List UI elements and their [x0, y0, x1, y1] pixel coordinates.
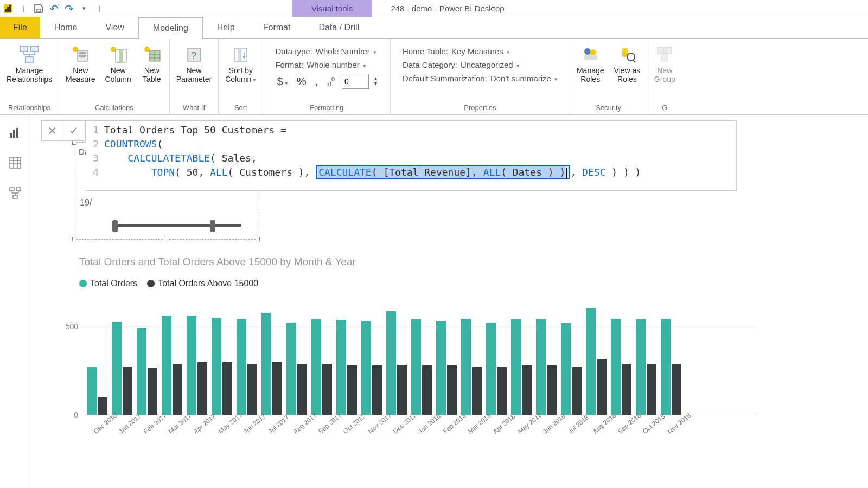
- contextual-tab-visualtools: Visual tools: [292, 0, 372, 17]
- sort-icon: [230, 43, 252, 65]
- bar-total-orders-above-15000: [572, 367, 582, 415]
- svg-rect-32: [658, 47, 664, 54]
- hometable-dropdown[interactable]: Home Table: Key Measures: [403, 47, 558, 56]
- group-label-calculations: Calculations: [95, 102, 133, 113]
- manage-roles-button[interactable]: Manage Roles: [576, 42, 605, 85]
- datacategory-dropdown[interactable]: Data Category: Uncategorized: [403, 60, 558, 69]
- svg-rect-7: [25, 57, 33, 62]
- bar-group: [237, 319, 258, 415]
- new-table-button[interactable]: New Table: [140, 42, 164, 85]
- chart-visual[interactable]: Total Orders and Total Orders Above 1500…: [79, 256, 757, 462]
- report-view-icon[interactable]: [8, 125, 23, 140]
- svg-rect-1: [5, 9, 7, 12]
- new-group-button[interactable]: New Group: [653, 42, 676, 85]
- formula-editor[interactable]: 1Total Orders Top 50 Customers = 2COUNTR…: [86, 120, 737, 191]
- bar-group: [436, 321, 458, 415]
- bar-total-orders-above-15000: [272, 362, 282, 415]
- sort-by-column-button[interactable]: Sort by Column: [224, 42, 257, 85]
- svg-rect-43: [10, 188, 14, 191]
- bar-group: [286, 323, 308, 415]
- view-as-roles-button[interactable]: View as Roles: [613, 42, 642, 85]
- ribbon-tabs: File Home View Modeling Help Format Data…: [0, 17, 868, 39]
- tab-file[interactable]: File: [0, 17, 40, 38]
- bar-group: [586, 308, 608, 415]
- tab-help[interactable]: Help: [203, 17, 249, 38]
- bar-total-orders: [461, 319, 471, 415]
- thousands-button[interactable]: ,: [313, 75, 320, 88]
- bar-total-orders-above-15000: [422, 365, 432, 415]
- bar-total-orders-above-15000: [297, 364, 307, 415]
- new-measure-button[interactable]: New Measure: [65, 42, 96, 85]
- bar-total-orders-above-15000: [197, 362, 207, 415]
- tab-datadrill[interactable]: Data / Drill: [304, 17, 373, 38]
- decimals-input[interactable]: [342, 74, 369, 89]
- svg-rect-2: [7, 7, 9, 12]
- tab-format[interactable]: Format: [249, 17, 305, 38]
- group-label-whatif: What If: [183, 102, 205, 113]
- tab-home[interactable]: Home: [40, 17, 92, 38]
- svg-rect-4: [36, 9, 41, 12]
- group-label-formatting: Formatting: [310, 102, 343, 113]
- bar-group: [611, 319, 633, 415]
- redo-icon[interactable]: ↷: [64, 4, 74, 14]
- new-column-button[interactable]: New Column: [104, 42, 132, 85]
- x-tick-label: Oct 2018: [641, 415, 663, 435]
- bar-total-orders: [586, 308, 596, 415]
- bar-total-orders-above-15000: [522, 365, 532, 415]
- bar-total-orders: [162, 316, 171, 415]
- decimals-spinner[interactable]: ▲▼: [373, 76, 378, 86]
- bar-total-orders-above-15000: [173, 364, 182, 415]
- bar-total-orders-above-15000: [322, 364, 332, 415]
- svg-rect-35: [10, 133, 12, 138]
- tab-view[interactable]: View: [91, 17, 138, 38]
- bar-total-orders-above-15000: [547, 365, 557, 415]
- qat-customize-icon[interactable]: ▾: [79, 4, 89, 14]
- datatype-dropdown[interactable]: Data type: Whole Number: [275, 47, 378, 56]
- x-tick-label: Sep 2018: [616, 415, 638, 435]
- currency-button[interactable]: $: [275, 75, 289, 88]
- defaultsum-dropdown[interactable]: Default Summarization: Don't summarize: [403, 74, 558, 83]
- bar-total-orders: [411, 319, 421, 415]
- formula-commit-button[interactable]: ✓: [63, 121, 85, 140]
- bar-total-orders-above-15000: [472, 367, 482, 415]
- model-view-icon[interactable]: [8, 185, 23, 201]
- app-icon: [3, 4, 13, 14]
- ribbon-label: View as Roles: [614, 66, 641, 84]
- undo-icon[interactable]: ↶: [49, 4, 59, 14]
- slicer-slider[interactable]: [112, 224, 241, 227]
- data-view-icon[interactable]: [8, 155, 23, 170]
- x-tick-label: Aug 2018: [591, 415, 613, 435]
- table-icon: [141, 43, 163, 65]
- x-tick-label: Feb 2018: [442, 415, 463, 435]
- bar-total-orders-above-15000: [597, 359, 607, 415]
- bar-group: [461, 319, 483, 415]
- x-tick-label: Mar 2018: [467, 415, 488, 435]
- new-parameter-button[interactable]: ?New Parameter: [175, 42, 213, 85]
- svg-rect-38: [10, 157, 21, 168]
- save-icon[interactable]: [34, 4, 43, 14]
- formula-cancel-button[interactable]: ✕: [42, 121, 63, 140]
- x-tick-label: Nov 2018: [666, 415, 688, 435]
- x-tick-label: Mar 2017: [167, 415, 189, 435]
- legend-swatch-teal: [79, 280, 87, 287]
- bar-total-orders: [311, 319, 321, 415]
- bar-group: [261, 313, 283, 415]
- bar-total-orders: [87, 367, 97, 415]
- group-label-properties: Properties: [464, 102, 496, 113]
- ribbon-label: New Column: [105, 66, 131, 84]
- tab-modeling[interactable]: Modeling: [138, 17, 203, 39]
- x-tick-label: May 2018: [516, 415, 538, 435]
- svg-rect-3: [9, 5, 11, 12]
- manage-relationships-button[interactable]: Manage Relationships: [5, 42, 53, 85]
- percent-button[interactable]: %: [295, 75, 308, 88]
- format-dropdown[interactable]: Format: Whole number: [275, 60, 378, 69]
- y-tick-0: 0: [56, 410, 78, 419]
- bar-total-orders-above-15000: [247, 364, 257, 415]
- bar-group: [411, 319, 433, 415]
- svg-rect-28: [584, 55, 597, 60]
- svg-rect-44: [16, 188, 21, 191]
- ribbon-label: New Group: [654, 66, 675, 84]
- svg-rect-16: [119, 49, 123, 62]
- decimals-icon: .00: [325, 76, 336, 87]
- bar-group: [162, 316, 183, 415]
